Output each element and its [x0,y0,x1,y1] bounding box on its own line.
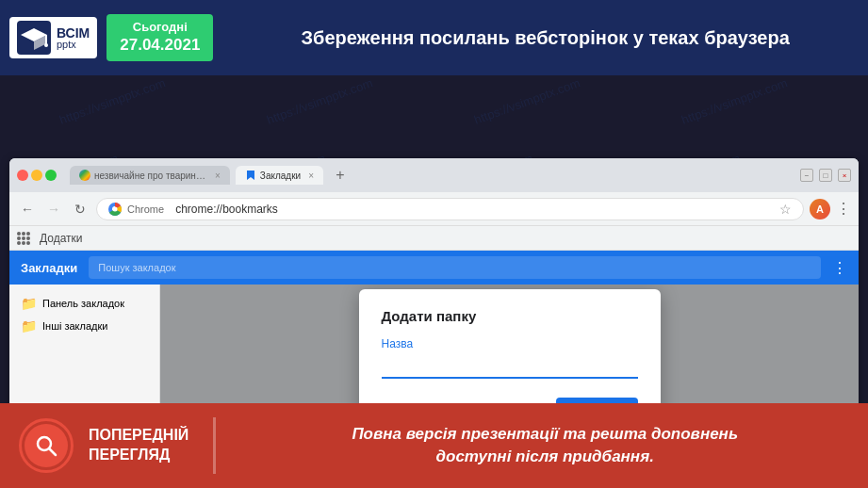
sidebar-panel-label: Панель закладок [42,298,124,309]
sidebar-item-panel[interactable]: 📁 Панель закладок [13,292,156,315]
svg-point-8 [113,206,118,211]
apps-dot-7 [17,241,21,245]
top-bar: ВСІМ pptx Сьогодні 27.04.2021 Збереження… [0,0,868,75]
date-day: Сьогодні [120,20,200,36]
watermark-1: https://vsimpptx.com [57,75,167,127]
browser-chrome-top: незвичайне про тварин - Поши... × Заклад… [9,158,859,192]
bookmarks-bar: Додатки [9,226,859,251]
bookmarks-search[interactable]: Пошук закладок [89,256,821,279]
back-button[interactable]: ← [17,199,38,220]
chrome-label: Chrome [127,203,164,215]
restore-btn[interactable]: □ [819,169,832,182]
apps-dot-4 [17,236,21,240]
date-full: 27.04.2021 [120,35,200,56]
google-favicon [79,170,90,181]
star-icon[interactable]: ☆ [779,202,792,217]
logo-area: ВСІМ pptx [9,17,97,58]
bookmarks-page-header: Закладки Пошук закладок ⋮ [9,251,859,285]
top-title: Збереження посилань вебсторінок у теках … [232,27,859,49]
close-btn[interactable]: × [838,169,851,182]
date-badge: Сьогодні 27.04.2021 [106,14,213,62]
tab-bookmarks-close[interactable]: × [308,171,314,181]
minimize-window-btn[interactable] [31,170,42,181]
logo-pptx-label: pptx [57,40,90,50]
watermark-3: https://vsimpptx.com [472,75,581,127]
bottom-bar: ПОПЕРЕДНІЙ ПЕРЕГЛЯД Повна версія презент… [0,403,868,488]
bottom-message: Повна версія презентації та решта доповн… [240,423,849,468]
logo-icon [17,21,51,55]
svg-point-4 [44,43,48,47]
svg-line-10 [50,449,57,456]
apps-dot-1 [17,232,21,236]
tab-animals-close[interactable]: × [215,171,221,181]
bookmarks-bar-label: Додатки [40,232,83,245]
chrome-icon [108,203,122,216]
apps-dot-8 [22,241,25,245]
apps-dot-5 [22,236,25,240]
tab-bookmarks[interactable]: Закладки × [236,166,323,185]
svg-marker-5 [247,171,254,180]
apps-dot-2 [22,232,25,236]
reload-button[interactable]: ↻ [70,199,90,220]
address-url: chrome://bookmarks [175,203,278,216]
profile-avatar[interactable]: A [810,199,830,220]
bookmarks-favicon [245,170,256,181]
forward-button[interactable]: → [43,199,64,220]
maximize-window-btn[interactable] [45,170,57,181]
tab-animals-label: незвичайне про тварин - Поши... [94,171,207,181]
folder-icon-1: 📁 [21,296,37,311]
preview-label: ПОПЕРЕДНІЙ ПЕРЕГЛЯД [89,426,188,465]
svg-rect-3 [45,35,47,44]
watermark-4: https://vsimpptx.com [680,75,789,127]
bookmarks-page-title: Закладки [21,261,77,275]
logo-vsim-label: ВСІМ [57,26,90,40]
apps-icon[interactable] [17,232,30,245]
new-tab-button[interactable]: + [329,164,352,187]
folder-icon-2: 📁 [21,318,37,333]
preview-icon-wrap [19,418,74,473]
logo-text: ВСІМ pptx [57,26,90,50]
address-input[interactable]: Chrome chrome://bookmarks ☆ [96,198,804,220]
tab-bookmarks-label: Закладки [260,171,301,181]
search-placeholder: Пошук закладок [98,262,175,273]
apps-dot-6 [26,236,30,240]
apps-dot-3 [26,232,30,236]
preview-icon [25,424,68,467]
tab-animals[interactable]: незвичайне про тварин - Поши... × [70,166,230,185]
search-preview-icon [34,433,58,458]
bottom-divider [213,417,216,474]
dialog-title: Додати папку [382,308,638,324]
address-bar: ← → ↻ Chrome chrome://bookmarks ☆ A [9,192,859,226]
watermark-2: https://vsimpptx.com [265,75,374,127]
dialog-name-input[interactable] [382,354,638,379]
minimize-btn[interactable]: − [800,169,813,182]
sidebar-item-other[interactable]: 📁 Інші закладки [13,315,156,337]
dialog-field-label: Назва [382,337,638,350]
close-window-btn[interactable] [17,170,28,181]
window-controls [17,170,57,181]
bookmarks-menu-icon[interactable]: ⋮ [832,259,847,277]
apps-dot-9 [26,241,30,245]
browser-menu-button[interactable]: ⋮ [836,200,851,218]
sidebar-other-label: Інші закладки [42,320,107,332]
